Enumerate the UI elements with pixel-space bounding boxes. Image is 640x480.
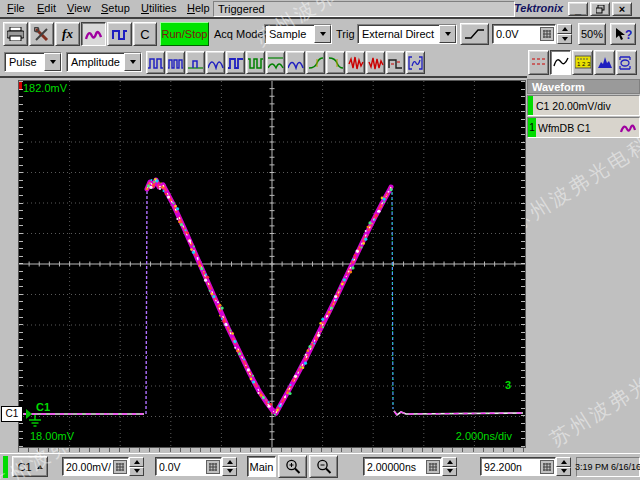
- keypad-icon[interactable]: [113, 460, 127, 474]
- menu-bar: File Edit View Setup Utilities Help Trig…: [0, 0, 640, 18]
- measurement-toolbar: Pulse Amplitude 1 2 3: [0, 48, 640, 78]
- horizontal-delay-field[interactable]: 92.200n: [480, 457, 556, 476]
- vertical-offset-field[interactable]: 0.0V: [155, 457, 222, 476]
- meas-rounded-pulses-button[interactable]: [206, 51, 225, 74]
- waveform-row-label: WfmDB C1: [536, 122, 591, 134]
- meas-gated-wave-icon: [408, 56, 424, 70]
- clear-button[interactable]: C: [133, 22, 157, 46]
- meas-pulse-train-button[interactable]: [166, 51, 185, 74]
- trig-level-field[interactable]: 0.0V: [492, 24, 556, 44]
- histogram-button[interactable]: [594, 50, 615, 75]
- chevron-up-icon: [447, 460, 453, 464]
- meas-neg-pulses-button[interactable]: [246, 51, 265, 74]
- channel-readout: C1: [36, 401, 50, 413]
- readouts-icon: 1 2 3: [575, 55, 591, 70]
- vertical-scale-field[interactable]: 20.00mV/: [62, 457, 129, 476]
- meas-pos-pulses-button[interactable]: [146, 51, 165, 74]
- meas-pulse-markers-button[interactable]: [386, 51, 405, 74]
- cursors-button[interactable]: [528, 50, 549, 75]
- close-button[interactable]: ×: [612, 2, 632, 16]
- waveform-display-button[interactable]: [550, 50, 571, 75]
- trig-label: Trig: [336, 28, 355, 40]
- minimize-button[interactable]: _: [568, 2, 588, 16]
- spin-down-button[interactable]: [442, 467, 457, 477]
- waveform-row-c1[interactable]: C1 20.00mV/div: [527, 95, 640, 116]
- menu-view[interactable]: View: [60, 0, 98, 17]
- spin-down-button[interactable]: [129, 467, 144, 477]
- waveform-db-button[interactable]: [81, 22, 106, 46]
- utilities-button[interactable]: [29, 22, 54, 46]
- horizontal-scale-field[interactable]: 2.00000ns: [363, 457, 442, 476]
- meas-category-dropdown-button[interactable]: [124, 53, 141, 71]
- meas-rounded-pulses-2-button[interactable]: [286, 51, 305, 74]
- spin-down-button[interactable]: [222, 467, 237, 477]
- vertical-scale-spinner[interactable]: [129, 457, 144, 476]
- spin-up-button[interactable]: [442, 457, 457, 467]
- restore-button[interactable]: [590, 2, 610, 16]
- meas-noise-burst-2-button[interactable]: [366, 51, 385, 74]
- horizontal-delay-spinner[interactable]: [556, 457, 571, 476]
- menu-edit[interactable]: Edit: [30, 0, 63, 17]
- clock-display: 3:19 PM 6/16/16: [576, 457, 640, 477]
- meas-noise-burst-icon: [348, 56, 364, 70]
- readouts-button[interactable]: 1 2 3: [572, 50, 593, 75]
- meas-group-dropdown-button[interactable]: [44, 53, 61, 71]
- meas-fall-time-button[interactable]: [326, 51, 345, 74]
- chevron-down-icon: [320, 32, 326, 36]
- trig-dropdown-button[interactable]: [439, 25, 456, 43]
- meas-noise-burst-button[interactable]: [346, 51, 365, 74]
- chevron-down-icon: [227, 469, 233, 473]
- waveform-icon: [85, 28, 102, 41]
- spin-down-button[interactable]: [556, 467, 571, 477]
- keypad-icon[interactable]: [206, 460, 220, 474]
- context-help-button[interactable]: ?: [610, 23, 636, 45]
- channel-marker-arrow-icon: [26, 409, 32, 419]
- run-stop-button[interactable]: Run/Stop: [160, 22, 209, 46]
- horizontal-scale-spinner[interactable]: [442, 457, 457, 476]
- vertical-scale-value: 20.00mV/: [66, 461, 111, 473]
- zoom-in-button[interactable]: [278, 455, 307, 478]
- spin-up-button[interactable]: [222, 457, 237, 467]
- set-50-button[interactable]: 50%: [578, 23, 606, 45]
- timebase-main-button[interactable]: Main: [247, 456, 276, 477]
- keypad-icon[interactable]: [540, 27, 554, 41]
- acq-mode-dropdown-button[interactable]: [314, 25, 331, 43]
- mask-button[interactable]: [616, 50, 637, 75]
- meas-group-select[interactable]: Pulse: [4, 52, 62, 72]
- meas-square-pulses-button[interactable]: [226, 51, 245, 74]
- meas-wave-topline-button[interactable]: [266, 51, 285, 74]
- meas-rise-time-button[interactable]: [306, 51, 325, 74]
- print-button[interactable]: [3, 22, 28, 46]
- chevron-down-icon: [445, 32, 451, 36]
- meas-single-pulse-button[interactable]: [186, 51, 205, 74]
- meas-category-select[interactable]: Amplitude: [66, 52, 142, 72]
- meas-gated-wave-button[interactable]: [406, 51, 425, 74]
- keypad-icon[interactable]: [426, 460, 440, 474]
- channel-select-button[interactable]: C1: [12, 456, 48, 477]
- spin-up-button[interactable]: [557, 24, 572, 34]
- spin-down-button[interactable]: [557, 34, 572, 44]
- menu-help[interactable]: Help: [180, 0, 217, 17]
- waveform-display: [19, 81, 525, 447]
- waveform-row-wfmdb[interactable]: 1 WfmDB C1: [527, 117, 640, 138]
- menu-file[interactable]: File: [0, 0, 32, 17]
- menu-setup[interactable]: Setup: [94, 0, 137, 17]
- pulse-view-button[interactable]: [107, 22, 132, 46]
- trigger-status: Triggered: [213, 1, 515, 17]
- channel-marker[interactable]: C1: [1, 406, 32, 422]
- trig-source-select[interactable]: External Direct: [357, 24, 457, 44]
- zoom-out-button[interactable]: [309, 455, 338, 478]
- meas-rise-time-icon: [308, 56, 324, 70]
- spin-up-button[interactable]: [129, 457, 144, 467]
- acq-mode-select[interactable]: Sample: [264, 24, 332, 44]
- spin-up-button[interactable]: [556, 457, 571, 467]
- meas-wave-topline-icon: [268, 56, 284, 70]
- graticule-top-voltage: 182.0mV: [23, 82, 67, 94]
- trig-level-spinner[interactable]: [557, 24, 572, 44]
- vertical-offset-spinner[interactable]: [222, 457, 237, 476]
- trig-slope-button[interactable]: [460, 23, 489, 45]
- waveform-trace: [23, 178, 523, 415]
- menu-utilities[interactable]: Utilities: [134, 0, 183, 17]
- math-button[interactable]: fx: [55, 22, 80, 46]
- keypad-icon[interactable]: [540, 460, 554, 474]
